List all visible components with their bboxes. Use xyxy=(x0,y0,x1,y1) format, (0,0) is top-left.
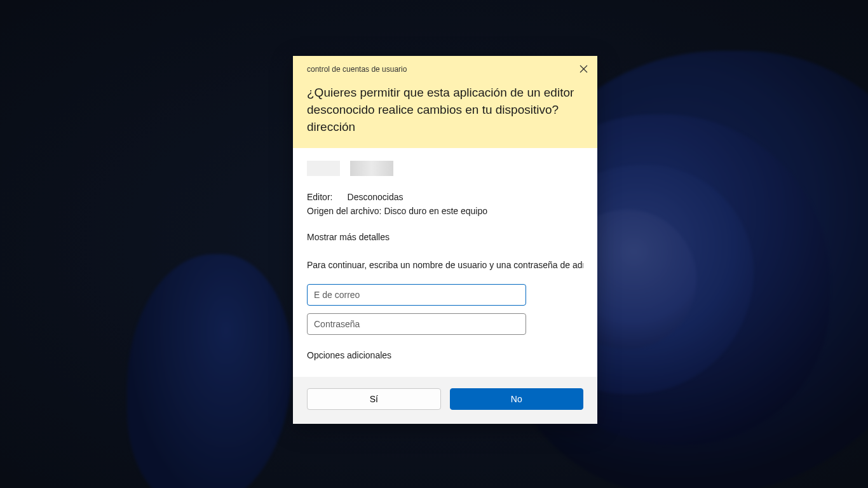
program-icon-placeholder xyxy=(307,161,340,176)
uac-window-title: control de cuentas de usuario xyxy=(307,65,583,74)
show-more-details-link[interactable]: Mostrar más detalles xyxy=(307,232,390,242)
uac-header: control de cuentas de usuario ¿Quieres p… xyxy=(293,56,597,148)
program-identity-row xyxy=(307,161,583,176)
close-icon xyxy=(580,65,588,75)
username-input[interactable] xyxy=(307,284,526,306)
publisher-value: Desconocidas xyxy=(348,192,403,202)
uac-body: Editor: Desconocidas Origen del archivo:… xyxy=(293,148,597,377)
credential-instruction: Para continuar, escriba un nombre de usu… xyxy=(307,260,583,270)
program-name-placeholder xyxy=(350,161,393,176)
close-button[interactable] xyxy=(574,61,592,79)
publisher-label: Editor: xyxy=(307,190,337,204)
publisher-line: Editor: Desconocidas xyxy=(307,190,583,204)
uac-question-text: ¿Quieres permitir que esta aplicación de… xyxy=(307,84,583,135)
additional-options-link[interactable]: Opciones adicionales xyxy=(307,350,583,360)
password-input[interactable] xyxy=(307,313,526,335)
yes-button[interactable]: Sí xyxy=(307,388,441,410)
no-button[interactable]: No xyxy=(450,388,584,410)
uac-dialog: control de cuentas de usuario ¿Quieres p… xyxy=(293,56,597,424)
file-origin-line: Origen del archivo: Disco duro en este e… xyxy=(307,204,583,218)
uac-footer: Sí No xyxy=(293,377,597,424)
